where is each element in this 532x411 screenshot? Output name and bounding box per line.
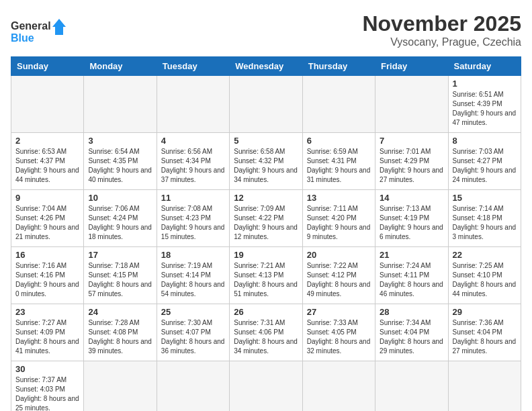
calendar: Sunday Monday Tuesday Wednesday Thursday… (11, 56, 521, 411)
empty-cell (230, 76, 302, 133)
empty-cell (375, 76, 448, 133)
week-row-2: 2 Sunrise: 6:53 AMSunset: 4:37 PMDayligh… (11, 133, 521, 190)
day-15: 15 Sunrise: 7:14 AMSunset: 4:18 PMDaylig… (448, 190, 521, 247)
location: Vysocany, Prague, Czechia (362, 36, 521, 48)
day-9: 9 Sunrise: 7:04 AMSunset: 4:26 PMDayligh… (11, 190, 84, 247)
day-23: 23 Sunrise: 7:27 AMSunset: 4:09 PMDaylig… (11, 304, 84, 361)
day-26: 26 Sunrise: 7:31 AMSunset: 4:06 PMDaylig… (230, 304, 302, 361)
header-saturday: Saturday (448, 57, 521, 76)
empty-cell (84, 76, 157, 133)
day-13: 13 Sunrise: 7:11 AMSunset: 4:20 PMDaylig… (302, 190, 375, 247)
day-28: 28 Sunrise: 7:34 AMSunset: 4:04 PMDaylig… (375, 304, 448, 361)
header-sunday: Sunday (11, 57, 84, 76)
empty-cell (157, 361, 229, 411)
empty-cell (448, 361, 521, 411)
empty-cell (157, 76, 229, 133)
week-row-5: 23 Sunrise: 7:27 AMSunset: 4:09 PMDaylig… (11, 304, 521, 361)
day-12: 12 Sunrise: 7:09 AMSunset: 4:22 PMDaylig… (230, 190, 302, 247)
empty-cell (11, 76, 84, 133)
day-14: 14 Sunrise: 7:13 AMSunset: 4:19 PMDaylig… (375, 190, 448, 247)
empty-cell (302, 361, 375, 411)
day-10: 10 Sunrise: 7:06 AMSunset: 4:24 PMDaylig… (84, 190, 157, 247)
day-19: 19 Sunrise: 7:21 AMSunset: 4:13 PMDaylig… (230, 247, 302, 304)
day-4: 4 Sunrise: 6:56 AMSunset: 4:34 PMDayligh… (157, 133, 229, 190)
svg-text:Blue: Blue (11, 32, 34, 44)
day-8: 8 Sunrise: 7:03 AMSunset: 4:27 PMDayligh… (448, 133, 521, 190)
header-thursday: Thursday (302, 57, 375, 76)
day-17: 17 Sunrise: 7:18 AMSunset: 4:15 PMDaylig… (84, 247, 157, 304)
day-27: 27 Sunrise: 7:33 AMSunset: 4:05 PMDaylig… (302, 304, 375, 361)
header-friday: Friday (375, 57, 448, 76)
day-6: 6 Sunrise: 6:59 AMSunset: 4:31 PMDayligh… (302, 133, 375, 190)
empty-cell (230, 361, 302, 411)
empty-cell (302, 76, 375, 133)
title-block: November 2025 Vysocany, Prague, Czechia (362, 11, 521, 48)
month-title: November 2025 (362, 11, 521, 36)
day-18: 18 Sunrise: 7:19 AMSunset: 4:14 PMDaylig… (157, 247, 229, 304)
day-11: 11 Sunrise: 7:08 AMSunset: 4:23 PMDaylig… (157, 190, 229, 247)
day-3: 3 Sunrise: 6:54 AMSunset: 4:35 PMDayligh… (84, 133, 157, 190)
day-20: 20 Sunrise: 7:22 AMSunset: 4:12 PMDaylig… (302, 247, 375, 304)
day-16: 16 Sunrise: 7:16 AMSunset: 4:16 PMDaylig… (11, 247, 84, 304)
svg-marker-2 (52, 19, 66, 35)
empty-cell (84, 361, 157, 411)
day-7: 7 Sunrise: 7:01 AMSunset: 4:29 PMDayligh… (375, 133, 448, 190)
header-monday: Monday (84, 57, 157, 76)
day-30: 30 Sunrise: 7:37 AMSunset: 4:03 PMDaylig… (11, 361, 84, 411)
day-21: 21 Sunrise: 7:24 AMSunset: 4:11 PMDaylig… (375, 247, 448, 304)
day-22: 22 Sunrise: 7:25 AMSunset: 4:10 PMDaylig… (448, 247, 521, 304)
svg-text:General: General (11, 20, 51, 32)
day-24: 24 Sunrise: 7:28 AMSunset: 4:08 PMDaylig… (84, 304, 157, 361)
empty-cell (375, 361, 448, 411)
day-2: 2 Sunrise: 6:53 AMSunset: 4:37 PMDayligh… (11, 133, 84, 190)
weekday-header-row: Sunday Monday Tuesday Wednesday Thursday… (11, 57, 521, 76)
logo-svg: General Blue (11, 16, 71, 46)
header: General Blue November 2025 Vysocany, Pra… (11, 11, 521, 48)
day-25: 25 Sunrise: 7:30 AMSunset: 4:07 PMDaylig… (157, 304, 229, 361)
week-row-4: 16 Sunrise: 7:16 AMSunset: 4:16 PMDaylig… (11, 247, 521, 304)
day-5: 5 Sunrise: 6:58 AMSunset: 4:32 PMDayligh… (230, 133, 302, 190)
day-29: 29 Sunrise: 7:36 AMSunset: 4:04 PMDaylig… (448, 304, 521, 361)
day-1: 1 Sunrise: 6:51 AM Sunset: 4:39 PM Dayli… (448, 76, 521, 133)
header-wednesday: Wednesday (230, 57, 302, 76)
header-tuesday: Tuesday (157, 57, 229, 76)
logo: General Blue (11, 16, 71, 46)
week-row-3: 9 Sunrise: 7:04 AMSunset: 4:26 PMDayligh… (11, 190, 521, 247)
week-row-1: 1 Sunrise: 6:51 AM Sunset: 4:39 PM Dayli… (11, 76, 521, 133)
week-row-6: 30 Sunrise: 7:37 AMSunset: 4:03 PMDaylig… (11, 361, 521, 411)
